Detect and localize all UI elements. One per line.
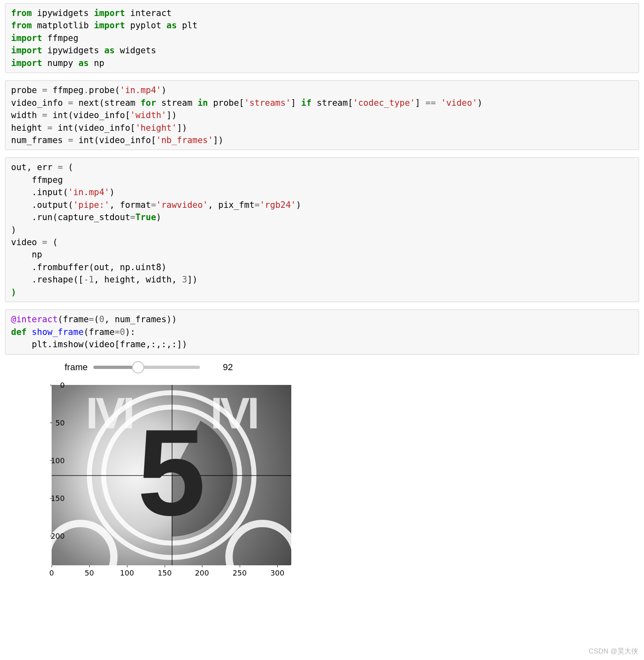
x-tick-100: 100 <box>120 569 134 577</box>
y-tick-200: 200 <box>44 531 65 540</box>
y-tick-50: 50 <box>44 418 65 427</box>
output-area: frame 92 IVI IVI 5 <box>5 362 639 605</box>
countdown-number: 5 <box>137 401 206 543</box>
code-cell-3: out, err = ( ffmpeg .input('in.mp4') .ou… <box>5 157 639 302</box>
slider-widget: frame 92 <box>43 362 639 373</box>
x-tick-150: 150 <box>158 569 172 577</box>
matplotlib-plot: IVI IVI 5 0 50 100 150 200 <box>17 383 312 601</box>
x-tick-200: 200 <box>195 569 209 577</box>
y-tick-0: 0 <box>44 380 65 389</box>
y-tick-100: 100 <box>44 456 65 464</box>
slider-fill <box>93 366 138 369</box>
x-tick-250: 250 <box>233 569 247 577</box>
y-tick-150: 150 <box>44 494 65 502</box>
plot-axes: IVI IVI 5 <box>52 385 291 565</box>
x-tick-300: 300 <box>270 569 284 577</box>
slider-thumb[interactable] <box>132 361 144 373</box>
slider-label: frame <box>43 362 93 373</box>
x-tick-50: 50 <box>85 569 94 577</box>
code-cell-4: @interact(frame=(0, num_frames)) def sho… <box>5 310 639 354</box>
plot-image: IVI IVI 5 <box>52 385 291 565</box>
x-tick-0: 0 <box>49 569 54 577</box>
code-cell-2: probe = ffmpeg.probe('in.mp4') video_inf… <box>5 80 639 150</box>
slider-value: 92 <box>223 362 233 373</box>
frame-slider[interactable] <box>93 362 200 373</box>
code-cell-1: from ipywidgets import interact from mat… <box>5 3 639 73</box>
